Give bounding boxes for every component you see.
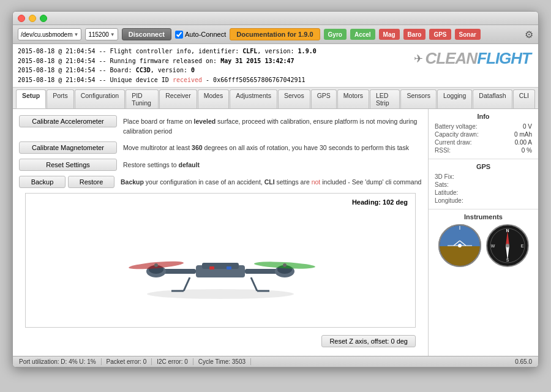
log-section: 2015-08-18 @ 21:04:54 -- Flight controll… (13, 44, 416, 87)
svg-rect-2 (202, 263, 239, 269)
statusbar: Port utilization: D: 4% U: 1% Packet err… (13, 356, 538, 367)
tab-servos[interactable]: Servos (278, 89, 310, 108)
toolbar: /dev/cu.usbmodem ▼ 115200 ▼ Disconnect A… (13, 25, 538, 44)
gps-sats-label: Sats: (435, 181, 449, 188)
tab-modes[interactable]: Modes (198, 89, 230, 108)
gps-lon-row: Longitude: (435, 197, 532, 204)
tab-gps[interactable]: GPS (311, 89, 337, 108)
packet-error: Packet error: 0 (102, 358, 152, 365)
port-utilization: Port utilization: D: 4% U: 1% (19, 358, 102, 365)
maximize-button[interactable] (40, 15, 47, 22)
doc-button[interactable]: Documentation for 1.9.0 (230, 28, 320, 40)
reset-settings-button[interactable]: Reset Settings (19, 159, 117, 171)
auto-connect-checkbox[interactable] (175, 31, 183, 39)
gps-lat-row: Latitude: (435, 189, 532, 196)
auto-connect-label: Auto-Connect (185, 31, 226, 38)
titlebar (13, 12, 538, 25)
backup-button[interactable]: Backup (19, 176, 66, 188)
mag-badge: Mag (379, 29, 400, 40)
tab-adjustments[interactable]: Adjustments (230, 89, 277, 108)
tab-logging[interactable]: Logging (437, 89, 472, 108)
svg-text:W: W (490, 244, 495, 248)
compass-gauge: N E S W (485, 224, 530, 268)
capacity-drawn-value: 0 mAh (514, 131, 532, 138)
calibrate-accel-row: Calibrate Accelerometer Place board or f… (19, 115, 422, 137)
svg-point-12 (283, 263, 287, 267)
logo-icon: ✈ (414, 52, 423, 66)
tab-motors[interactable]: Motors (337, 89, 369, 108)
log-line-2: 2015-08-18 @ 21:04:54 -- Running firmwar… (18, 56, 411, 66)
port-select[interactable]: /dev/cu.usbmodem ▼ (18, 28, 81, 40)
rssi-row: RSSI: 0 % (435, 147, 532, 154)
calibrate-mag-row: Calibrate Magnetometer Move multirotor a… (19, 141, 422, 154)
reset-z-button[interactable]: Reset Z axis, offset: 0 deg (321, 335, 416, 347)
tab-led-strip[interactable]: LED Strip (370, 89, 400, 108)
capacity-drawn-row: Capacity drawn: 0 mAh (435, 131, 532, 138)
calibrate-accel-button[interactable]: Calibrate Accelerometer (19, 115, 117, 127)
capacity-drawn-label: Capacity drawn: (435, 131, 479, 138)
gps-section: GPS 3D Fix: Sats: Latitude: Longitude: (429, 159, 538, 209)
instruments-section: Instruments (429, 209, 538, 271)
calibrate-mag-button[interactable]: Calibrate Magnetometer (19, 141, 117, 154)
log-line-3: 2015-08-18 @ 21:04:54 -- Board: CC3D, ve… (18, 66, 411, 75)
current-draw-label: Current draw: (435, 139, 472, 146)
tab-cli[interactable]: CLI (513, 89, 535, 108)
calibrate-mag-desc: Move multirotor at least 360 degrees on … (123, 141, 422, 153)
tab-ports[interactable]: Ports (47, 89, 74, 108)
header-row: 2015-08-18 @ 21:04:54 -- Flight controll… (13, 44, 538, 87)
log-line-4: 2015-08-18 @ 21:04:54 -- Unique device I… (18, 75, 411, 85)
logo-clean: CLEAN (425, 49, 478, 67)
traffic-lights (18, 15, 47, 22)
svg-point-10 (154, 263, 158, 267)
drone-svg (116, 211, 324, 309)
info-title: Info (435, 113, 532, 120)
current-draw-row: Current draw: 0.00 A (435, 139, 532, 146)
minimize-button[interactable] (29, 15, 36, 22)
rssi-label: RSSI: (435, 147, 451, 154)
disconnect-button[interactable]: Disconnect (122, 28, 171, 40)
tab-receiver[interactable]: Receiver (159, 89, 197, 108)
gps-badge: GPS (429, 29, 451, 40)
gps-sats-row: Sats: (435, 181, 532, 188)
instruments-title: Instruments (435, 213, 532, 221)
tabs-row: Setup Ports Configuration PID Tuning Rec… (13, 87, 538, 109)
backup-restore-row: Backup Restore Backup your configuration… (19, 176, 422, 188)
port-arrow-icon: ▼ (74, 32, 79, 37)
svg-text:E: E (520, 244, 523, 248)
port-label: /dev/cu.usbmodem (21, 31, 73, 38)
heading-text: Heading: 102 deg (352, 198, 408, 206)
close-button[interactable] (18, 15, 25, 22)
3d-view: Heading: 102 deg (25, 193, 416, 328)
svg-point-0 (147, 289, 294, 299)
tab-dataflash[interactable]: Dataflash (473, 89, 512, 108)
cycle-time: Cycle Time: 3503 (193, 358, 251, 365)
reset-settings-row: Reset Settings Restore settings to defau… (19, 159, 422, 171)
svg-point-26 (458, 244, 462, 247)
settings-gear-button[interactable]: ⚙ (525, 29, 533, 40)
horizon-gauge (438, 224, 482, 268)
battery-voltage-row: Battery voltage: 0 V (435, 123, 532, 130)
reset-z-row: Reset Z axis, offset: 0 deg (19, 333, 422, 350)
svg-line-13 (184, 277, 190, 291)
tab-configuration[interactable]: Configuration (75, 89, 125, 108)
gps-fix-label: 3D Fix: (435, 173, 454, 180)
gauges-row: N E S W (435, 224, 532, 268)
gps-title: GPS (435, 163, 532, 170)
restore-button[interactable]: Restore (68, 176, 114, 188)
setup-panel: Calibrate Accelerometer Place board or f… (13, 109, 428, 356)
gps-fix-row: 3D Fix: (435, 173, 532, 180)
baud-arrow-icon: ▼ (110, 32, 115, 37)
tab-setup[interactable]: Setup (16, 89, 46, 108)
baud-select[interactable]: 115200 ▼ (85, 28, 118, 40)
accel-badge: Accel (350, 29, 375, 40)
tab-pid-tuning[interactable]: PID Tuning (126, 89, 159, 108)
reset-settings-desc: Restore settings to default (123, 159, 422, 170)
tab-sensors[interactable]: Sensors (400, 89, 437, 108)
info-section: Info Battery voltage: 0 V Capacity drawn… (429, 109, 538, 159)
svg-rect-17 (209, 266, 214, 270)
svg-rect-18 (227, 266, 231, 270)
baud-label: 115200 (88, 31, 108, 38)
battery-voltage-label: Battery voltage: (435, 123, 477, 130)
drone-view (26, 194, 415, 327)
baro-badge: Baro (403, 29, 426, 40)
